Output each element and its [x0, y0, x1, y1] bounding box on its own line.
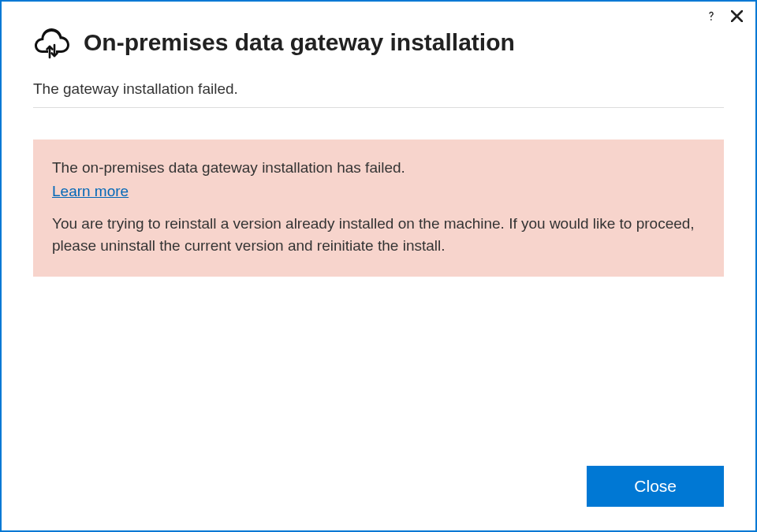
titlebar-controls [703, 9, 744, 25]
close-icon [731, 9, 743, 26]
header: On-premises data gateway installation [2, 2, 755, 76]
error-detail: You are trying to reinstall a version al… [52, 213, 705, 256]
footer: Close [2, 466, 755, 530]
content-area: The on-premises data gateway installatio… [2, 108, 755, 466]
close-button[interactable]: Close [587, 466, 724, 507]
installer-window: On-premises data gateway installation Th… [0, 0, 757, 532]
help-button[interactable] [703, 9, 719, 25]
learn-more-link[interactable]: Learn more [52, 183, 129, 199]
close-window-button[interactable] [729, 9, 744, 25]
error-heading: The on-premises data gateway installatio… [52, 157, 705, 179]
cloud-gateway-icon [33, 25, 71, 60]
help-icon [705, 9, 718, 26]
error-panel: The on-premises data gateway installatio… [33, 140, 724, 277]
page-title: On-premises data gateway installation [84, 29, 515, 56]
status-message: The gateway installation failed. [33, 76, 724, 108]
